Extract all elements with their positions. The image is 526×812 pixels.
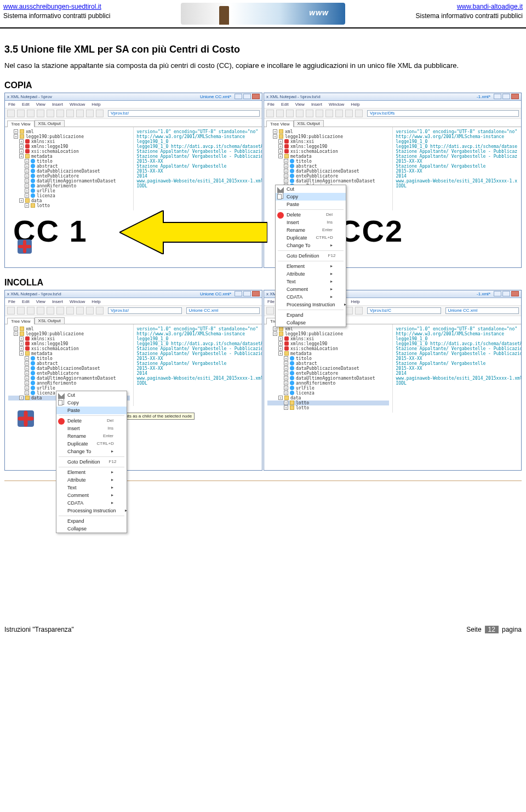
menu-item-cut[interactable]: Cut — [56, 391, 127, 399]
menu-item-change to[interactable]: Change To▸ — [276, 242, 346, 249]
tree-node[interactable]: +annoRiferimento — [8, 381, 130, 386]
menu-item-collapse[interactable]: Collapse — [56, 525, 127, 533]
tree-node[interactable]: +dataPubblicazioneDataset — [267, 169, 389, 174]
context-menu-copy[interactable]: CutCopyPasteDeleteDelInsertInsRenameEnte… — [275, 185, 346, 327]
menu-item-paste[interactable]: Paste — [276, 201, 346, 208]
toolbar-button[interactable] — [7, 307, 15, 314]
tree-node[interactable]: +legge190:pubblicazione — [8, 134, 130, 139]
menu-item[interactable]: Help — [92, 102, 100, 107]
menu-item-change to[interactable]: Change To▸ — [56, 448, 127, 455]
menu-item[interactable]: File — [267, 102, 275, 107]
toolbar-button[interactable] — [66, 110, 74, 117]
minimize-button[interactable] — [235, 94, 242, 99]
tree-node[interactable]: +dataUltimoAggiornamentoDataset — [8, 179, 130, 184]
tree-node[interactable]: +xmlns:xsi — [267, 139, 389, 144]
menu-item-text[interactable]: Text▸ — [276, 278, 346, 285]
tree-node[interactable]: +urlFile — [8, 188, 130, 193]
close-button[interactable] — [252, 291, 260, 296]
tree-node[interactable]: +entePubblicatore — [267, 371, 389, 376]
tree-node[interactable]: +dataPubblicazioneDataset — [267, 366, 389, 371]
menu-item[interactable]: Insert — [311, 102, 322, 107]
tree-node[interactable]: +data — [8, 198, 130, 203]
address-box-2[interactable]: Unione CC.xml — [186, 307, 260, 314]
toolbar-button[interactable] — [66, 307, 74, 314]
tree-node[interactable]: +lotto — [267, 401, 389, 405]
tree-node[interactable]: +xml — [8, 327, 130, 331]
menu-item-goto definition[interactable]: Goto DefinitionF12 — [276, 252, 346, 260]
xml-tree[interactable]: +xml+legge190:pubblicazione+xmlns:xsi+xm… — [5, 127, 134, 210]
toolbar-button[interactable] — [86, 110, 94, 117]
tree-node[interactable]: +metadata — [267, 154, 389, 159]
toolbar-button[interactable] — [316, 110, 323, 117]
menu-item-cut[interactable]: Cut — [276, 185, 346, 193]
toolbar-button[interactable] — [7, 110, 15, 117]
toolbar-button[interactable] — [296, 110, 304, 117]
address-box[interactable]: Vprov.bz/ — [108, 110, 260, 117]
address-box[interactable]: Vprov.bz/Dfs — [367, 110, 519, 117]
menu-item-paste[interactable]: Paste — [56, 407, 127, 414]
toolbar-button[interactable] — [37, 307, 44, 314]
tree-node[interactable]: +metadata — [8, 154, 130, 159]
toolbar-button[interactable] — [286, 110, 294, 117]
toolbar-button[interactable] — [27, 307, 35, 314]
menu-item-cdata[interactable]: CDATA▸ — [276, 293, 346, 301]
menu-item-comment[interactable]: Comment▸ — [56, 491, 127, 499]
tree-node[interactable]: +xml — [8, 129, 130, 134]
menu-item[interactable]: View — [36, 102, 45, 107]
tree-node[interactable]: +urlFile — [8, 386, 130, 391]
address-box[interactable]: Vprov.bz/ — [108, 307, 182, 314]
maximize-button[interactable] — [502, 291, 510, 296]
tree-node[interactable]: +entePubblicatore — [267, 174, 389, 179]
close-button[interactable] — [511, 94, 519, 99]
menu-item-delete[interactable]: DeleteDel — [56, 417, 127, 425]
tree-node[interactable]: +abstract — [8, 361, 130, 366]
menu-item[interactable]: Edit — [22, 299, 30, 304]
toolbar-button[interactable] — [306, 110, 313, 117]
menu-item-processing instruction[interactable]: Processing Instruction▸ — [56, 507, 127, 514]
tree-node[interactable]: +xsi:schemaLocation — [267, 149, 389, 154]
toolbar-button[interactable] — [56, 110, 64, 117]
toolbar-button[interactable] — [86, 307, 94, 314]
toolbar-button[interactable] — [96, 110, 104, 117]
tree-node[interactable]: +xmlns:legge190 — [8, 341, 130, 346]
menu-item-copy[interactable]: Copy — [56, 399, 127, 407]
tree-node[interactable]: +titolo — [8, 356, 130, 361]
tree-node[interactable]: +xsi:schemaLocation — [8, 346, 130, 351]
tree-node[interactable]: +licenza — [267, 391, 389, 396]
toolbar-button[interactable] — [335, 110, 343, 117]
menu-item-copy[interactable]: Copy — [276, 193, 346, 201]
menu-item-expand[interactable]: Expand — [56, 517, 127, 525]
toolbar-button[interactable] — [56, 307, 64, 314]
menu-item-processing instruction[interactable]: Processing Instruction▸ — [276, 301, 346, 308]
tree-node[interactable]: +dataPubblicazioneDataset — [8, 169, 130, 174]
menu-item-attribute[interactable]: Attribute▸ — [56, 476, 127, 484]
menu-item-text[interactable]: Text▸ — [56, 484, 127, 491]
toolbar-button[interactable] — [266, 110, 274, 117]
tree-node[interactable]: +dataPubblicazioneDataset — [8, 366, 130, 371]
tree-node[interactable]: +xmlns:xsi — [267, 336, 389, 341]
tree-node[interactable]: +entePubblicatore — [8, 174, 130, 179]
maximize-button[interactable] — [243, 94, 251, 99]
toolbar-button[interactable] — [76, 110, 84, 117]
toolbar-button[interactable] — [345, 307, 353, 314]
menu-item-comment[interactable]: Comment▸ — [276, 285, 346, 293]
toolbar-button[interactable] — [276, 110, 284, 117]
menu-item[interactable]: Help — [351, 102, 359, 107]
toolbar-button[interactable] — [355, 110, 363, 117]
menu-item[interactable]: File — [8, 299, 15, 304]
tree-node[interactable]: +xml — [267, 327, 389, 331]
menu-item-duplicate[interactable]: DuplicateCTRL+D — [276, 234, 346, 242]
tab-tree view[interactable]: Tree View — [266, 121, 294, 127]
tree-node[interactable]: +titolo — [267, 356, 389, 361]
tree-node[interactable]: +abstract — [267, 361, 389, 366]
menu-item-duplicate[interactable]: DuplicateCTRL+D — [56, 440, 127, 448]
maximize-button[interactable] — [502, 94, 510, 99]
menu-item-insert[interactable]: InsertIns — [56, 425, 127, 432]
tree-node[interactable]: +titolo — [267, 159, 389, 164]
minimize-button[interactable] — [494, 94, 501, 99]
close-button[interactable] — [511, 291, 519, 296]
minimize-button[interactable] — [235, 291, 242, 296]
menu-item[interactable]: Insert — [52, 102, 63, 107]
maximize-button[interactable] — [243, 291, 251, 296]
toolbar-button[interactable] — [355, 307, 363, 314]
